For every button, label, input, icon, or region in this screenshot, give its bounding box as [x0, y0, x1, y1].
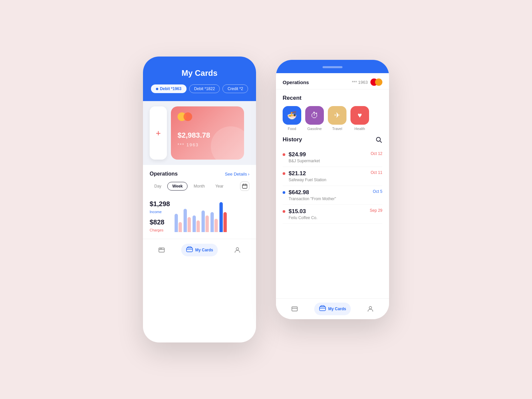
- p2-profile-icon: [366, 304, 375, 314]
- history-date-4: Sep 29: [370, 208, 382, 213]
- bar-group-5: [210, 212, 218, 232]
- health-icon: ♥: [357, 111, 362, 120]
- bar-group-2: [184, 209, 191, 232]
- filter-week[interactable]: Week: [167, 182, 188, 191]
- history-date-2: Oct 11: [371, 170, 382, 175]
- history-amount-4: $15.03: [289, 208, 366, 215]
- status-bar: [276, 60, 389, 73]
- bar-income-6-active: [219, 202, 223, 232]
- gasoline-icon-box: ⏱: [305, 106, 324, 125]
- history-item-4[interactable]: $15.03 Feilu Coffee Co. Sep 29: [283, 205, 382, 224]
- bottom-nav: My Cards: [143, 239, 256, 261]
- history-section: History $24.99 B&J Supermarket Oct 12 $2…: [276, 136, 389, 224]
- charges-label: Charges: [150, 228, 170, 232]
- recent-icons: 🍜 Food ⏱ Gasoline ✈ Travel ♥ Hea: [283, 106, 382, 131]
- history-info-2: $21.12 Safeway Fuel Station: [289, 170, 367, 182]
- chart-area: $1,298 Income $828 Charges: [150, 197, 249, 239]
- bar-group-1: [175, 214, 182, 232]
- p2-nav-home[interactable]: [290, 304, 299, 314]
- p2-cards-icon: [319, 305, 326, 313]
- add-card-button[interactable]: +: [150, 106, 167, 160]
- bar-group-3: [193, 215, 200, 232]
- gasoline-icon: ⏱: [311, 111, 319, 120]
- bar-charges-1: [179, 222, 182, 232]
- bar-income-1: [175, 214, 178, 232]
- bar-charges-5: [214, 219, 218, 232]
- p2-card-number: *** 1963: [352, 80, 368, 85]
- filter-month[interactable]: Month: [189, 182, 209, 190]
- card-logo-circle-2: [184, 112, 192, 121]
- history-item-2[interactable]: $21.12 Safeway Fuel Station Oct 11: [283, 167, 382, 186]
- nav-cards-label: My Cards: [195, 248, 213, 252]
- see-details-link[interactable]: See Details ›: [225, 172, 249, 177]
- p2-operations-title: Operations: [283, 79, 309, 85]
- mastercard-logo: [370, 78, 382, 86]
- filter-day[interactable]: Day: [150, 182, 166, 190]
- svg-point-11: [376, 137, 380, 141]
- operations-section: Operations See Details › Day Week Month …: [143, 165, 256, 239]
- phone-2: Operations *** 1963 Recent 🍜 Food ⏱ Gas: [276, 60, 389, 319]
- svg-rect-8: [187, 248, 193, 252]
- calendar-icon[interactable]: [240, 182, 249, 191]
- p2-nav-cards-pill: My Cards: [314, 303, 351, 315]
- history-item-3[interactable]: $642.98 Transaction "From Mother" Oct 5: [283, 186, 382, 205]
- bar-income-5: [210, 212, 214, 232]
- nav-cards[interactable]: My Cards: [181, 244, 218, 256]
- svg-rect-15: [320, 307, 326, 311]
- recent-title: Recent: [283, 95, 382, 101]
- nav-home[interactable]: [157, 245, 166, 255]
- gasoline-label: Gasoline: [307, 127, 322, 131]
- bar-group-4: [201, 210, 209, 232]
- history-date-3: Oct 5: [373, 189, 382, 194]
- history-merchant-3: Transaction "From Mother": [289, 197, 369, 201]
- p2-nav-cards-label: My Cards: [328, 307, 346, 311]
- bar-income-2: [184, 209, 187, 232]
- history-info-1: $24.99 B&J Supermarket: [289, 151, 367, 163]
- nav-profile[interactable]: [233, 245, 242, 255]
- recent-item-food[interactable]: 🍜 Food: [283, 106, 301, 131]
- travel-icon-box: ✈: [328, 106, 346, 125]
- operations-title: Operations: [150, 171, 178, 177]
- tab-debit1963[interactable]: Debit *1963: [151, 84, 187, 93]
- bar-charges-3: [197, 220, 200, 232]
- income-value: $1,298: [150, 200, 170, 208]
- p2-bottom-nav: My Cards: [276, 298, 389, 319]
- profile-icon: [233, 245, 242, 255]
- svg-rect-13: [292, 307, 298, 311]
- notch: [323, 66, 342, 68]
- history-item-1[interactable]: $24.99 B&J Supermarket Oct 12: [283, 148, 382, 167]
- p2-nav-profile[interactable]: [366, 304, 375, 314]
- recent-item-travel[interactable]: ✈ Travel: [328, 106, 346, 131]
- history-dot-4: [283, 210, 285, 213]
- time-filters: Day Week Month Year: [150, 182, 249, 191]
- bar-chart: [175, 197, 249, 233]
- recent-item-health[interactable]: ♥ Health: [350, 106, 369, 131]
- food-icon-box: 🍜: [283, 106, 301, 125]
- svg-line-12: [380, 141, 382, 143]
- tab-debit1822[interactable]: Debit *1822: [189, 84, 220, 93]
- health-label: Health: [354, 127, 365, 131]
- history-merchant-2: Safeway Fuel Station: [289, 178, 367, 182]
- travel-label: Travel: [332, 127, 342, 131]
- p2-home-icon: [290, 304, 299, 314]
- nav-cards-pill: My Cards: [181, 244, 218, 256]
- p2-operations-header: Operations *** 1963: [276, 73, 389, 89]
- history-amount-3: $642.98: [289, 189, 369, 196]
- bar-income-4: [201, 210, 205, 232]
- card-amount: $2,983.78: [178, 131, 237, 140]
- recent-item-gasoline[interactable]: ⏱ Gasoline: [305, 106, 324, 131]
- food-label: Food: [288, 127, 296, 131]
- search-icon[interactable]: [375, 136, 382, 143]
- filter-year[interactable]: Year: [211, 182, 228, 190]
- credit-card[interactable]: $2,983.78 *** 1963: [171, 106, 244, 160]
- svg-rect-0: [242, 185, 247, 189]
- history-info-4: $15.03 Feilu Coffee Co.: [289, 208, 366, 220]
- bar-charges-2: [188, 217, 191, 232]
- tab-credit2[interactable]: Credit *2: [222, 84, 248, 93]
- operations-header: Operations See Details ›: [150, 171, 249, 177]
- history-title: History: [283, 136, 302, 143]
- history-merchant-4: Feilu Coffee Co.: [289, 215, 366, 220]
- p2-nav-cards[interactable]: My Cards: [314, 303, 351, 315]
- history-dot-3: [283, 191, 285, 194]
- cards-icon: [186, 246, 193, 254]
